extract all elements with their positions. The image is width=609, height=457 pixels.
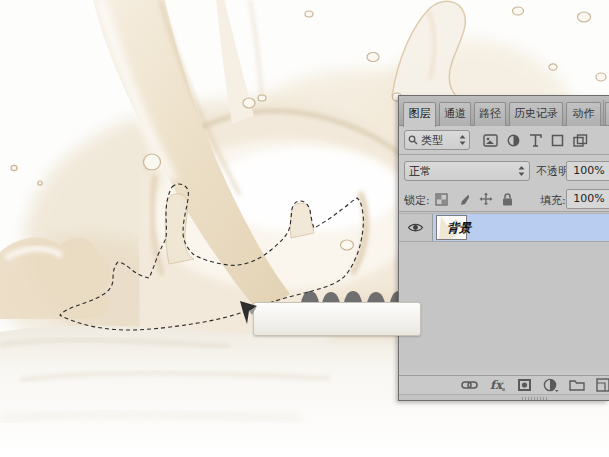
blend-mode-value: 正常: [409, 164, 518, 179]
link-layers-icon[interactable]: [461, 378, 478, 392]
tab-separator: [603, 100, 604, 126]
filter-icon-group: [483, 130, 588, 150]
eye-icon: [407, 221, 424, 234]
lock-transparency-icon[interactable]: [435, 193, 448, 206]
opacity-value-field[interactable]: 100%: [566, 161, 609, 181]
search-icon: [408, 135, 418, 145]
lock-position-icon[interactable]: [479, 192, 493, 206]
tab-paths-label: 路径: [479, 107, 501, 120]
tab-layers-label: 图层: [409, 107, 431, 120]
panel-bottom-bar: fx: [399, 375, 609, 394]
tab-layers[interactable]: 图层: [403, 102, 436, 127]
visibility-toggle[interactable]: [399, 214, 433, 241]
new-layer-icon[interactable]: [596, 378, 609, 392]
tab-history-label: 历史记录: [514, 107, 558, 120]
tab-actions-label: 动作: [573, 107, 595, 120]
lock-row: 锁定: 填充:: [399, 187, 609, 212]
layers-panel: 图层 通道 路径 历史记录 动作 类型: [398, 95, 609, 401]
layer-name: 背景: [447, 220, 471, 237]
watermark-cover-bar: [253, 302, 421, 336]
new-group-icon[interactable]: [569, 378, 585, 391]
spinner-arrows-icon: [459, 135, 466, 145]
lasso-cursor: [236, 296, 262, 328]
pixel-layer-filter-icon[interactable]: [483, 134, 498, 147]
layer-row-background[interactable]: 背景: [399, 213, 609, 242]
lock-image-brush-icon[interactable]: [457, 193, 470, 206]
blend-mode-row: 正常 不透明度: 100%: [399, 155, 609, 187]
fill-value-field[interactable]: 100%: [566, 189, 609, 209]
opacity-value: 100%: [573, 164, 604, 177]
blend-mode-select[interactable]: 正常: [404, 161, 530, 181]
smart-object-filter-icon[interactable]: [573, 134, 588, 147]
filter-type-dropdown[interactable]: 类型: [404, 130, 470, 150]
panel-footer: [399, 394, 609, 401]
shape-layer-filter-icon[interactable]: [551, 134, 564, 147]
next-tab-edge: [605, 102, 609, 126]
tab-channels[interactable]: 通道: [439, 102, 471, 126]
filter-type-label: 类型: [421, 133, 456, 148]
tab-history[interactable]: 历史记录: [509, 102, 563, 126]
lock-icon-group: [435, 190, 513, 208]
tab-channels-label: 通道: [444, 107, 466, 120]
tab-actions[interactable]: 动作: [566, 102, 601, 126]
layer-effects-fx-icon[interactable]: fx: [490, 378, 506, 392]
panel-resize-grip[interactable]: [521, 397, 549, 401]
layer-list: 背景: [399, 212, 609, 370]
lock-all-icon[interactable]: [502, 193, 513, 206]
add-layer-mask-icon[interactable]: [517, 378, 532, 392]
photoshop-workspace: 图层 通道 路径 历史记录 动作 类型: [0, 0, 609, 457]
type-layer-filter-icon[interactable]: [529, 134, 542, 147]
spinner-arrows-icon: [518, 166, 525, 176]
layer-filter-row: 类型: [399, 126, 609, 155]
adjustment-layer-filter-icon[interactable]: [507, 134, 520, 147]
panel-tab-bar: 图层 通道 路径 历史记录 动作: [399, 96, 609, 126]
new-adjustment-layer-icon[interactable]: [543, 378, 559, 392]
fill-value: 100%: [573, 192, 604, 205]
tab-paths[interactable]: 路径: [474, 102, 506, 126]
lock-label: 锁定:: [404, 193, 430, 208]
fill-label: 填充:: [540, 193, 566, 208]
